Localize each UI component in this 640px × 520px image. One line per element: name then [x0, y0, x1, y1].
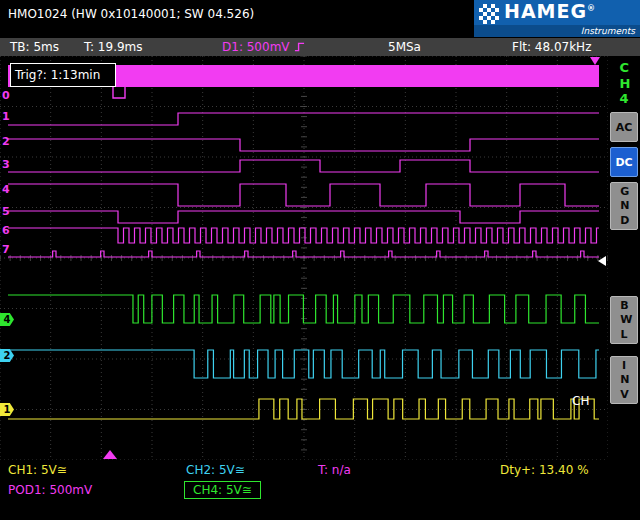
digital-channel-label-d6: 6: [2, 225, 10, 236]
trigger-level-marker: [598, 256, 606, 266]
timebase-readout: TB: 5ms: [10, 40, 59, 54]
sidebar-channel-indicator: CH4: [608, 60, 640, 107]
bwl-button-label: BWL: [620, 299, 628, 342]
bandwidth-limit-button[interactable]: BWL: [610, 296, 638, 344]
digital-channel-label-d4: 4: [2, 184, 10, 195]
logo-pattern-icon: [479, 4, 499, 24]
digital-channel-label-d3: 3: [2, 159, 10, 170]
coupling-ac-button[interactable]: AC: [610, 112, 638, 142]
pod1-d0: [113, 87, 125, 98]
device-title: HMO1024 (HW 0x10140001; SW 04.526): [8, 7, 254, 21]
hameg-logo: HAMEG® Instruments: [474, 0, 640, 37]
sample-rate-readout: 5MSa: [388, 40, 421, 54]
pod1-readout: POD1: 500mV: [8, 483, 92, 497]
waveform-canvas: [0, 56, 608, 460]
invert-button[interactable]: INV: [610, 356, 638, 404]
ch2-readout: CH2: 5V≅: [186, 463, 245, 477]
ac-button-label: AC: [616, 121, 633, 134]
digital-channel-label-d0: 0: [2, 90, 10, 101]
duty-cycle-readout: Dty+: 13.40 %: [500, 463, 589, 477]
trigger-time-marker: [590, 57, 600, 65]
dc-button-label: DC: [615, 156, 632, 169]
registered-mark: ®: [587, 4, 596, 13]
digital-channel-label-d2: 2: [2, 136, 10, 147]
trigger-source-readout: D1: 500mV: [222, 40, 290, 54]
brand-text: HAMEG: [504, 0, 587, 22]
trigger-position-marker: [103, 450, 117, 459]
ch4-readout: CH4: 5V≅: [184, 481, 261, 499]
brand-name: HAMEG®: [504, 0, 596, 22]
channel-readout-bar: CH1: 5V≅ CH2: 5V≅ T: n/a Dty+: 13.40 % P…: [0, 460, 640, 520]
pod1-d3: [8, 160, 599, 172]
digital-channel-label-d7: 7: [2, 244, 10, 255]
trigger-time-readout: T: n/a: [318, 463, 351, 477]
sidebar-channel-label: CH4: [619, 60, 628, 107]
time-offset-readout: T: 19.9ms: [84, 40, 143, 54]
oscilloscope-screen: HMO1024 (HW 0x10140001; SW 04.526) 2016-…: [0, 0, 640, 520]
waveform-display: Trig?: 1:13min 0 1 2 3 4 5 6 7 4 2 1 CH: [0, 56, 608, 460]
gnd-button-label: GND: [620, 185, 628, 228]
trigger-wait-label: Trig?: 1:13min: [10, 63, 116, 87]
top-header: HMO1024 (HW 0x10140001; SW 04.526) 2016-…: [0, 0, 640, 38]
inv-button-label: INV: [620, 359, 628, 402]
softkey-menu: CH4 AC DC GND BWL INV: [608, 56, 640, 460]
filter-readout: Flt: 48.07kHz: [512, 40, 591, 54]
rising-edge-icon: [294, 41, 305, 53]
coupling-gnd-button[interactable]: GND: [610, 182, 638, 230]
digital-channel-label-d5: 5: [2, 206, 10, 217]
brand-subtitle: Instruments: [474, 25, 640, 37]
coupling-dc-button[interactable]: DC: [610, 147, 638, 177]
ch-overlay-label: CH: [572, 394, 589, 408]
pod1-d1: [8, 113, 599, 125]
status-bar: TB: 5ms T: 19.9ms D1: 500mV 5MSa Flt: 48…: [0, 38, 640, 56]
digital-channel-label-d1: 1: [2, 111, 10, 122]
ch1-readout: CH1: 5V≅: [8, 463, 67, 477]
